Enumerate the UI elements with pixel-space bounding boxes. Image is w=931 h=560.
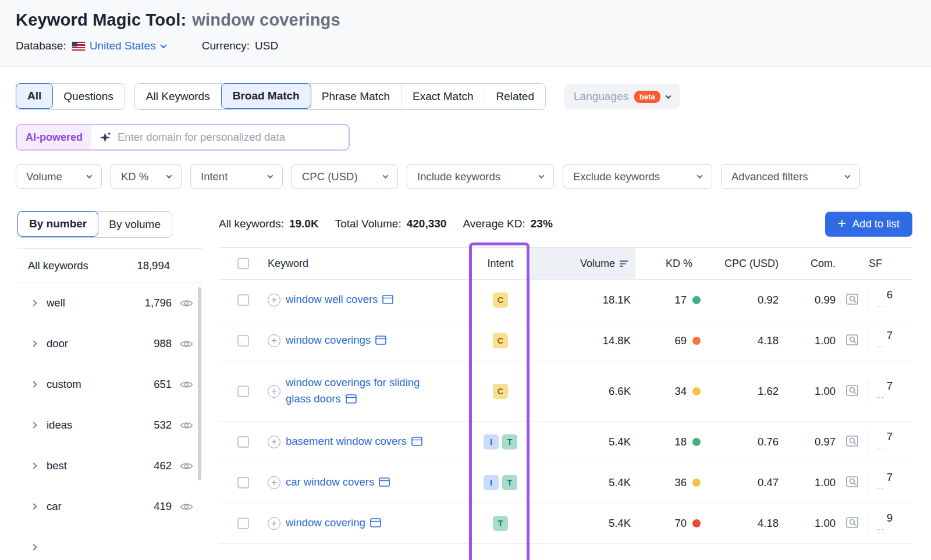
sidebar-item-car[interactable]: car 419 — [17, 486, 202, 527]
tab-related[interactable]: Related — [485, 84, 546, 109]
keyword-link[interactable]: window covering — [286, 516, 365, 529]
sidebar-item-well[interactable]: well 1,796 — [17, 283, 202, 323]
keyword-column-header[interactable]: Keyword — [251, 258, 470, 270]
row-checkbox[interactable] — [237, 386, 249, 397]
eye-icon[interactable] — [180, 502, 193, 511]
add-keyword-icon[interactable]: + — [268, 334, 280, 347]
sidebar-item-best[interactable]: best 462 — [17, 445, 202, 486]
database-label: Database: — [16, 40, 66, 52]
keyword-link[interactable]: window coverings — [286, 334, 371, 346]
tab-all[interactable]: All — [16, 83, 53, 109]
keyword-group-list: All keywords 18,994 well 1,796 door 988 — [17, 248, 202, 560]
cpc-value: 0.92 — [701, 294, 780, 306]
cpc-value: 1.62 — [701, 385, 780, 398]
cpc-filter[interactable]: CPC (USD) — [292, 164, 398, 189]
group-count: 1,796 — [134, 297, 172, 309]
com-value: 1.00 — [780, 476, 838, 489]
add-keyword-icon[interactable]: + — [268, 385, 280, 398]
view-serp-icon[interactable] — [846, 334, 861, 347]
com-column-header[interactable]: Com. — [780, 258, 838, 270]
cpc-value: 0.47 — [701, 476, 780, 489]
volume-column-header[interactable]: Volume — [531, 248, 635, 279]
sidebar-item-ideas[interactable]: ideas 532 — [17, 405, 202, 445]
chevron-down-icon — [845, 173, 851, 179]
intent-badge: I — [484, 475, 499, 490]
row-checkbox[interactable] — [237, 477, 249, 488]
chevron-down-icon — [697, 173, 703, 179]
view-serp-icon[interactable] — [846, 293, 861, 306]
languages-dropdown[interactable]: Languages beta — [564, 84, 680, 109]
average-kd-label: Average KD: — [463, 217, 525, 230]
serp-features-icon[interactable] — [346, 393, 357, 408]
sidebar-item-partial[interactable] — [17, 527, 202, 560]
exclude-keywords-filter[interactable]: Exclude keywords — [563, 164, 712, 189]
serp-features-icon[interactable] — [379, 476, 390, 491]
add-keyword-icon[interactable]: + — [268, 476, 280, 489]
add-keyword-icon[interactable]: + — [268, 436, 280, 448]
table-row: + window well covers C 18.1K 17 0.92 0.9… — [219, 280, 912, 320]
eye-icon[interactable] — [180, 299, 193, 308]
cpc-column-header[interactable]: CPC (USD) — [701, 258, 780, 270]
by-volume-tab[interactable]: By volume — [98, 212, 172, 237]
keyword-link[interactable]: window well covers — [286, 293, 378, 305]
row-checkbox[interactable] — [237, 518, 249, 529]
tab-questions[interactable]: Questions — [52, 84, 125, 109]
group-count: 532 — [134, 419, 172, 431]
divider — [868, 329, 868, 352]
tab-all-keywords[interactable]: All Keywords — [135, 84, 222, 109]
eye-icon[interactable] — [180, 380, 193, 389]
sidebar-item-door[interactable]: door 988 — [17, 323, 202, 364]
kd-filter[interactable]: KD % — [111, 164, 182, 189]
kd-value: 17 — [674, 294, 687, 306]
chevron-right-icon — [30, 462, 37, 469]
intent-badge: T — [502, 434, 517, 450]
divider — [868, 430, 868, 454]
sidebar-item-all-keywords[interactable]: All keywords 18,994 — [17, 249, 202, 283]
keyword-link[interactable]: basement window covers — [286, 435, 407, 447]
serp-features-icon[interactable] — [382, 293, 393, 309]
serp-features-icon[interactable] — [411, 435, 422, 451]
divider — [868, 512, 868, 535]
view-serp-icon[interactable] — [846, 435, 861, 448]
select-all-checkbox[interactable] — [237, 258, 249, 269]
kd-column-header[interactable]: KD % — [635, 258, 701, 270]
view-serp-icon[interactable] — [846, 384, 861, 398]
include-keywords-filter[interactable]: Include keywords — [407, 164, 554, 189]
row-checkbox[interactable] — [237, 436, 249, 448]
add-to-list-button[interactable]: + Add to list — [825, 212, 912, 237]
volume-value: 5.4K — [531, 517, 635, 530]
intent-filter[interactable]: Intent — [190, 164, 283, 189]
com-value: 1.00 — [780, 517, 838, 530]
advanced-filters[interactable]: Advanced filters — [721, 164, 860, 189]
kd-value: 34 — [674, 385, 687, 398]
sf-column-header[interactable]: SF — [838, 258, 912, 270]
eye-icon[interactable] — [180, 421, 193, 430]
chevron-down-icon — [539, 173, 545, 179]
row-checkbox[interactable] — [237, 335, 249, 347]
domain-input[interactable] — [118, 131, 340, 144]
sidebar-scrollbar[interactable] — [198, 287, 201, 480]
sf-placeholder: -- — [875, 300, 885, 311]
serp-features-icon[interactable] — [375, 334, 386, 349]
row-checkbox[interactable] — [237, 294, 249, 306]
chevron-right-icon — [30, 340, 37, 347]
cpc-value: 4.18 — [701, 517, 780, 530]
tab-broad-match[interactable]: Broad Match — [221, 83, 311, 109]
volume-filter[interactable]: Volume — [16, 164, 102, 189]
sidebar-item-custom[interactable]: custom 651 — [17, 364, 202, 405]
add-keyword-icon[interactable]: + — [268, 294, 280, 306]
by-number-tab[interactable]: By number — [17, 211, 98, 237]
serp-features-icon[interactable] — [370, 516, 381, 532]
average-kd-value: 23% — [531, 217, 553, 230]
intent-column-header[interactable]: Intent — [470, 258, 531, 270]
view-serp-icon[interactable] — [846, 476, 861, 489]
eye-icon[interactable] — [180, 340, 193, 348]
tab-phrase-match[interactable]: Phrase Match — [311, 84, 401, 109]
view-serp-icon[interactable] — [846, 516, 861, 530]
keyword-link[interactable]: car window covers — [286, 476, 374, 488]
com-value: 0.99 — [780, 294, 838, 306]
tab-exact-match[interactable]: Exact Match — [401, 84, 485, 109]
add-keyword-icon[interactable]: + — [268, 517, 280, 530]
database-selector[interactable]: United States — [90, 40, 166, 52]
eye-icon[interactable] — [180, 462, 193, 470]
